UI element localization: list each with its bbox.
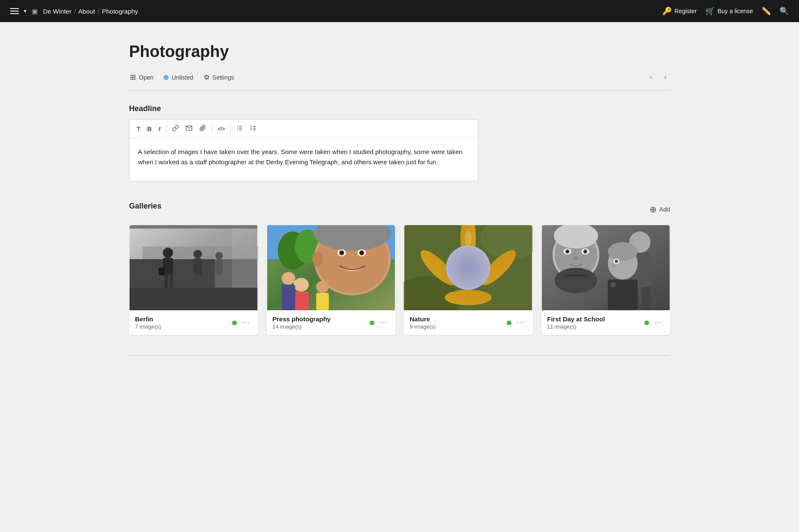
headline-editor: T B I </> 123 A selection of images I [129, 119, 478, 181]
editor-link-btn[interactable] [169, 123, 182, 134]
editor-email-btn[interactable] [183, 123, 195, 134]
svg-point-121 [613, 269, 620, 274]
more-options-press[interactable]: ··· [378, 318, 389, 327]
register-link[interactable]: 🔑 Register [662, 6, 697, 16]
gallery-status-nature: ··· [507, 318, 526, 327]
svg-point-120 [612, 264, 615, 267]
breadcrumb-about[interactable]: About [78, 8, 95, 15]
status-dot-school [644, 320, 649, 325]
svg-point-110 [566, 251, 568, 253]
gallery-status-press: ··· [370, 318, 389, 327]
hamburger-icon[interactable] [10, 8, 19, 14]
headline-label: Headline [129, 104, 670, 113]
gallery-count-press: 14 image(s) [273, 323, 370, 330]
editor-text-format-btn[interactable]: T [134, 124, 144, 134]
prev-button[interactable]: ‹ [646, 71, 655, 83]
svg-point-5 [237, 128, 238, 129]
gallery-name-school: First Day at School [547, 315, 644, 323]
svg-rect-25 [199, 275, 202, 286]
svg-rect-28 [158, 268, 164, 275]
gallery-count-berlin: 7 image(s) [135, 323, 232, 330]
plus-circle-icon: ⊕ [650, 204, 657, 215]
gallery-count-nature: 9 image(s) [410, 323, 507, 330]
editor-bullet-list-btn[interactable] [233, 123, 246, 134]
gallery-info-school: First Day at School 11 image(s) ··· [541, 310, 670, 335]
svg-point-113 [584, 251, 586, 253]
editor-italic-btn[interactable]: I [155, 123, 163, 134]
gallery-meta-school: First Day at School 11 image(s) [547, 315, 644, 330]
gallery-thumb-berlin [129, 225, 258, 310]
unlisted-label: Unlisted [172, 74, 193, 81]
gallery-thumb-school [541, 225, 670, 310]
page-title: Photography [129, 43, 670, 61]
svg-point-47 [293, 278, 309, 292]
page-toolbar: ⊞ Open Unlisted ⚙ Settings ‹ › [129, 71, 670, 83]
svg-point-97 [446, 246, 490, 290]
editor-toolbar-divider-3 [230, 125, 231, 133]
settings-button[interactable]: ⚙ Settings [203, 72, 235, 83]
settings-label: Settings [213, 74, 234, 81]
gallery-info-press: Press photography 14 image(s) ··· [267, 310, 396, 335]
editor-code-btn[interactable]: </> [215, 124, 228, 134]
nav-arrows: ‹ › [646, 71, 670, 83]
next-button[interactable]: › [661, 71, 670, 83]
breadcrumb-sep-1: / [74, 8, 76, 15]
gear-icon: ⚙ [204, 73, 210, 81]
svg-point-123 [611, 283, 615, 287]
gallery-thumb-nature [404, 225, 533, 310]
svg-rect-30 [129, 225, 257, 229]
gallery-card-press[interactable]: Press photography 14 image(s) ··· [267, 225, 396, 335]
open-button[interactable]: ⊞ Open [129, 71, 154, 83]
breadcrumb: De Winter / About / Photography [43, 8, 138, 15]
galleries-grid: Berlin 7 image(s) ··· [129, 225, 670, 335]
register-label: Register [675, 8, 697, 14]
svg-rect-52 [282, 285, 295, 310]
gallery-card-nature[interactable]: Nature 9 image(s) ··· [404, 225, 533, 335]
chevron-down-icon[interactable]: ▾ [24, 8, 26, 14]
gallery-meta-press: Press photography 14 image(s) [273, 315, 370, 330]
svg-point-63 [445, 290, 491, 305]
search-icon: 🔍 [779, 6, 789, 16]
cart-icon: 🛒 [705, 6, 715, 16]
galleries-label: Galleries [129, 202, 161, 211]
svg-rect-48 [293, 292, 309, 310]
svg-point-4 [237, 126, 238, 127]
svg-point-6 [237, 129, 238, 130]
svg-rect-20 [164, 275, 168, 288]
svg-rect-23 [193, 258, 202, 275]
navbar-left: ▾ ▣ De Winter / About / Photography [10, 7, 138, 15]
headline-content[interactable]: A selection of images I have taken over … [129, 138, 478, 181]
svg-point-49 [316, 281, 329, 293]
svg-rect-27 [215, 260, 223, 275]
more-options-berlin[interactable]: ··· [240, 318, 252, 327]
footer-divider [129, 355, 670, 356]
galleries-header: Galleries ⊕ Add [129, 202, 670, 217]
svg-point-98 [465, 231, 471, 246]
svg-point-115 [555, 268, 597, 293]
svg-rect-50 [316, 293, 329, 310]
editor-attachment-btn[interactable] [196, 123, 209, 134]
editor-ordered-list-btn[interactable]: 123 [247, 123, 260, 134]
svg-text:3: 3 [250, 129, 252, 131]
search-link[interactable]: 🔍 [779, 6, 789, 16]
gallery-card-school[interactable]: First Day at School 11 image(s) ··· [541, 225, 670, 335]
svg-point-18 [163, 248, 173, 258]
more-options-school[interactable]: ··· [652, 318, 664, 327]
main-content: Photography ⊞ Open Unlisted ⚙ Settings ‹… [112, 22, 687, 376]
unlisted-button[interactable]: Unlisted [163, 72, 194, 83]
svg-rect-104 [642, 287, 650, 310]
svg-point-46 [312, 252, 322, 267]
svg-rect-21 [170, 275, 173, 288]
gallery-card-berlin[interactable]: Berlin 7 image(s) ··· [129, 225, 258, 335]
open-label: Open [139, 74, 153, 81]
add-gallery-button[interactable]: ⊕ Add [650, 204, 670, 215]
edit-link[interactable]: ✏️ [762, 6, 771, 16]
editor-toolbar: T B I </> 123 [129, 120, 478, 138]
editor-toolbar-divider-2 [212, 125, 212, 133]
breadcrumb-sep-2: / [98, 8, 99, 15]
more-options-nature[interactable]: ··· [515, 318, 526, 327]
status-dot-press [370, 320, 374, 325]
breadcrumb-home[interactable]: De Winter [43, 8, 72, 15]
editor-bold-btn[interactable]: B [144, 123, 155, 134]
buy-license-link[interactable]: 🛒 Buy a license [705, 6, 753, 16]
